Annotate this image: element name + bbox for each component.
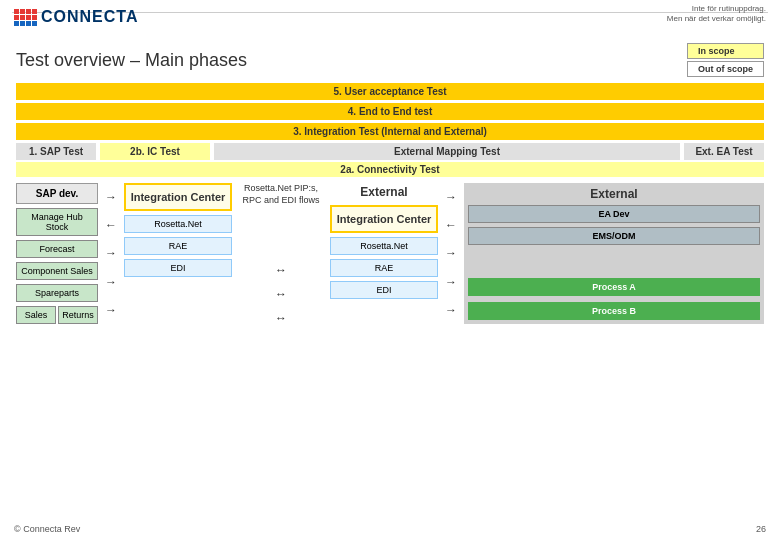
process-a-box: Process A (468, 278, 760, 296)
tagline1: Inte för rutinuppdrag. (667, 4, 766, 14)
arrow-right-r3: → (445, 276, 457, 288)
ems-odm-box: EMS/ODM (468, 227, 760, 245)
sap-dev-box: SAP dev. (16, 183, 98, 204)
forecast-box: Forecast (16, 240, 98, 258)
left-arrows: → ← → → → (102, 183, 120, 324)
rae-left: RAE (124, 237, 232, 255)
phase-e2e: 4. End to End test (16, 103, 764, 120)
logo-text: CONNECTA (41, 8, 138, 26)
test-ea: Ext. EA Test (684, 143, 764, 160)
logo: CONNECTA (14, 8, 138, 26)
rae-right: RAE (330, 259, 438, 277)
logo-grid-icon (14, 9, 37, 26)
arrow-mid-1: ↔ (275, 264, 287, 276)
legend: In scope Out of scope (687, 43, 764, 77)
rosetta-net-right: Rosetta.Net (330, 237, 438, 255)
manage-hub-stock-box: Manage Hub Stock (16, 208, 98, 236)
arrow-mid-3: ↔ (275, 312, 287, 324)
right-arrows: → ← → → → (442, 183, 460, 324)
rosetta-net-left: Rosetta.Net (124, 215, 232, 233)
title-row: Test overview – Main phases In scope Out… (12, 43, 768, 77)
arrow-left-r1: ← (445, 219, 457, 231)
test-emt: External Mapping Test (214, 143, 680, 160)
legend-in-scope: In scope (687, 43, 764, 59)
arrow-mid-2: ↔ (275, 288, 287, 300)
ea-column: External EA Dev EMS/ODM Process A Proces… (464, 183, 764, 324)
middle-column: Rosetta.Net PIP:s, RPC and EDI flows ↔ ↔… (236, 183, 326, 324)
component-sales-box: Component Sales (16, 262, 98, 280)
arrow-left-1: ← (105, 219, 117, 231)
integration-center-left: Integration Center (124, 183, 232, 211)
test-sap: 1. SAP Test (16, 143, 96, 160)
test-row: 1. SAP Test 2b. IC Test External Mapping… (12, 143, 768, 160)
phase-uat: 5. User acceptance Test (16, 83, 764, 100)
arrow-right-3: → (105, 276, 117, 288)
spare-parts-box: Spareparts (16, 284, 98, 302)
edi-left: EDI (124, 259, 232, 277)
phase-integration: 3. Integration Test (Internal and Extern… (16, 123, 764, 140)
process-b-box: Process B (468, 302, 760, 320)
edi-right: EDI (330, 281, 438, 299)
arrow-right-r2: → (445, 247, 457, 259)
rosetta-description: Rosetta.Net PIP:s, RPC and EDI flows (236, 183, 326, 206)
external-header: External (468, 187, 760, 201)
footer-copyright: © Connecta Rev (14, 524, 80, 534)
external-label: External (330, 183, 438, 201)
ic-right-column: External Integration Center Rosetta.Net … (330, 183, 438, 324)
tagline2: Men när det verkar omöjligt. (667, 14, 766, 24)
arrow-right-1: → (105, 191, 117, 203)
integration-center-right: Integration Center (330, 205, 438, 233)
returns-box: Returns (58, 306, 98, 324)
brand-tagline: Inte för rutinuppdrag. Men när det verka… (667, 4, 766, 25)
page: Inte för rutinuppdrag. Men när det verka… (0, 0, 780, 540)
arrow-right-r1: → (445, 191, 457, 203)
phase-bars: 5. User acceptance Test 4. End to End te… (12, 83, 768, 140)
footer-page: 26 (756, 524, 766, 534)
sales-box: Sales (16, 306, 56, 324)
ea-dev-box: EA Dev (468, 205, 760, 223)
footer: © Connecta Rev 26 (0, 524, 780, 534)
sap-column: SAP dev. Manage Hub Stock Forecast Compo… (16, 183, 98, 324)
test-ic: 2b. IC Test (100, 143, 210, 160)
legend-out-scope: Out of scope (687, 61, 764, 77)
diagram-area: SAP dev. Manage Hub Stock Forecast Compo… (12, 179, 768, 324)
arrow-right-2: → (105, 247, 117, 259)
ic-left-column: Integration Center Rosetta.Net RAE EDI (124, 183, 232, 324)
page-title: Test overview – Main phases (16, 50, 247, 71)
arrow-right-4: → (105, 304, 117, 316)
arrow-right-r4: → (445, 304, 457, 316)
connectivity-label: 2a. Connectivity Test (16, 162, 764, 177)
